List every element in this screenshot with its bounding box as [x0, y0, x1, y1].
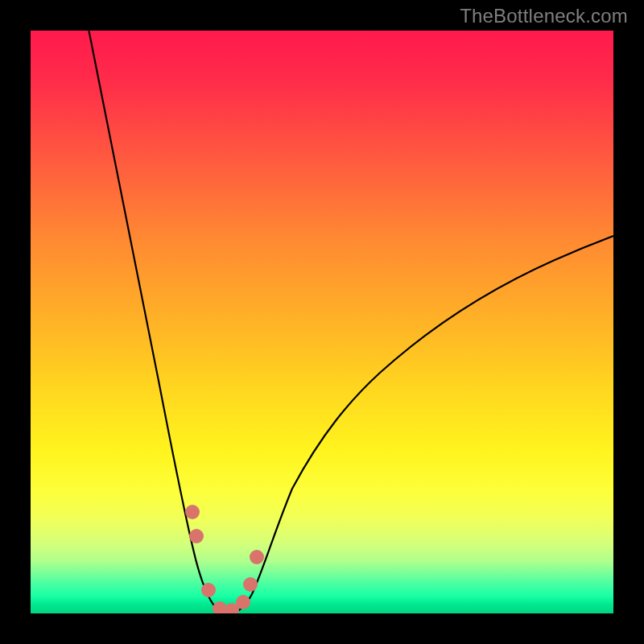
bottleneck-curve [89, 31, 613, 613]
marker-group [185, 505, 264, 613]
marker-dot [201, 583, 216, 597]
plot-area [31, 31, 613, 613]
watermark-text: TheBottleneck.com [460, 5, 628, 27]
marker-dot [185, 505, 200, 519]
marker-dot [243, 577, 258, 592]
marker-dot [189, 529, 204, 543]
marker-dot [236, 595, 250, 609]
curve-layer [31, 31, 613, 613]
chart-frame: TheBottleneck.com [0, 0, 644, 644]
marker-dot [250, 550, 264, 564]
